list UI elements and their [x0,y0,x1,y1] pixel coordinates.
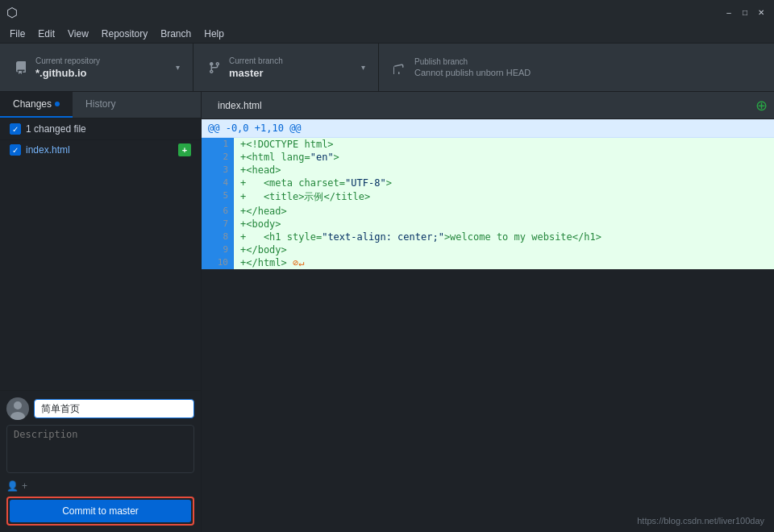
svg-point-0 [14,401,22,409]
file-checkbox[interactable] [10,144,21,156]
diff-line-3: 3 +<head> [202,164,774,177]
branch-icon [206,60,223,76]
branch-label: Current branch [229,56,355,65]
diff-header: @@ -0,0 +1,10 @@ [202,119,774,138]
diff-line-num-4: 4 [202,177,234,189]
diff-line-1: 1 +<!DOCTYPE html> [202,138,774,151]
commit-description-input[interactable] [6,425,194,473]
diff-area: @@ -0,0 +1,10 @@ 1 +<!DOCTYPE html> 2 +<… [202,119,774,532]
repo-name: *.github.io [35,67,169,79]
menu-file[interactable]: File [3,24,31,44]
file-name: index.html [26,144,173,156]
diff-line-9: 9 +</body> [202,243,774,256]
diff-line-num-5: 5 [202,189,234,205]
changes-tab-label: Changes [13,98,52,110]
publish-info: Publish branch Cannot publish unborn HEA… [414,57,761,77]
diff-line-4: 4 + <meta charset="UTF-8"> [202,177,774,189]
minimize-button[interactable]: – [722,6,735,19]
window-controls[interactable]: – □ ✕ [722,6,768,19]
diff-line-8: 8 + <h1 style="text-align: center;">welc… [202,231,774,243]
co-authors-label: + [22,480,27,492]
close-button[interactable]: ✕ [755,6,768,19]
repo-section[interactable]: Current repository *.github.io ▾ [0,44,194,91]
github-logo-icon: ⬡ [6,5,18,20]
url-bar: https://blog.csdn.net/liver100day [637,516,764,526]
publish-section[interactable]: Publish branch Cannot publish unborn HEA… [379,44,774,91]
main-layout: Changes History 1 changed file index.htm… [0,92,774,532]
commit-button-wrapper: Commit to master [6,497,194,526]
file-status-added-icon: + [178,143,191,156]
diff-line-num-2: 2 [202,151,234,164]
diff-line-content-8: + <h1 style="text-align: center;">welcom… [234,231,774,243]
add-file-icon[interactable]: ⊕ [755,97,768,114]
publish-desc: Cannot publish unborn HEAD [414,68,761,77]
co-authors-icon: 👤 [6,480,19,492]
branch-caret-icon: ▾ [361,63,365,72]
right-panel: index.html ⊕ @@ -0,0 +1,10 @@ 1 +<!DOCTY… [202,92,774,532]
diff-line-num-10: 10 [202,256,234,269]
diff-line-num-7: 7 [202,218,234,231]
menu-edit[interactable]: Edit [31,24,61,44]
file-item-index-html[interactable]: index.html + [0,140,201,160]
repo-caret-icon: ▾ [176,63,180,72]
repo-icon [13,60,29,76]
menu-help[interactable]: Help [198,24,231,44]
file-tabs: index.html ⊕ [202,92,774,119]
diff-line-num-9: 9 [202,243,234,256]
commit-summary-input[interactable] [34,399,194,418]
publish-icon [392,60,408,76]
commit-button[interactable]: Commit to master [10,500,191,522]
commit-header [6,397,194,420]
history-tab-label: History [85,98,115,110]
diff-line-10: 10 +</html> ⊘↵ [202,256,774,269]
diff-line-6: 6 +</head> [202,205,774,218]
branch-name: master [229,67,355,79]
avatar [6,397,29,420]
co-authors: 👤 + [6,480,194,492]
diff-line-content-5: + <title>示例</title> [234,189,774,205]
diff-line-content-7: +<body> [234,218,774,231]
tabs: Changes History [0,92,201,118]
diff-line-content-4: + <meta charset="UTF-8"> [234,177,774,189]
diff-line-7: 7 +<body> [202,218,774,231]
publish-label: Publish branch [414,57,761,66]
maximize-button[interactable]: □ [739,6,751,19]
menu-view[interactable]: View [61,24,95,44]
diff-line-content-1: +<!DOCTYPE html> [234,138,774,151]
select-all-checkbox[interactable] [10,123,21,135]
commit-area: 👤 + Commit to master [0,390,201,532]
left-panel: Changes History 1 changed file index.htm… [0,92,202,532]
changed-count: 1 changed file [26,123,86,135]
file-tab-index-html[interactable]: index.html [208,95,272,116]
diff-line-num-3: 3 [202,164,234,177]
diff-line-5: 5 + <title>示例</title> [202,189,774,205]
diff-line-2: 2 +<html lang="en"> [202,151,774,164]
diff-line-content-6: +</head> [234,205,774,218]
diff-line-content-10: +</html> ⊘↵ [234,256,774,269]
diff-line-num-6: 6 [202,205,234,218]
branch-info: Current branch master [229,56,355,79]
changes-tab-dot [55,102,60,106]
menu-repository[interactable]: Repository [95,24,154,44]
diff-line-content-9: +</body> [234,243,774,256]
branch-section[interactable]: Current branch master ▾ [194,44,379,91]
tab-history[interactable]: History [73,92,128,118]
repo-label: Current repository [35,56,169,65]
file-list-header-left: 1 changed file [10,123,86,135]
tab-changes[interactable]: Changes [0,92,73,118]
svg-point-1 [10,412,25,420]
titlebar: ⬡ – □ ✕ [0,0,774,24]
diff-line-content-3: +<head> [234,164,774,177]
file-list-header: 1 changed file [0,118,201,140]
menu-branch[interactable]: Branch [154,24,198,44]
diff-line-num-1: 1 [202,138,234,151]
menubar: File Edit View Repository Branch Help [0,24,774,44]
diff-line-content-2: +<html lang="en"> [234,151,774,164]
diff-line-num-8: 8 [202,231,234,243]
spacer [0,160,201,390]
repo-info: Current repository *.github.io [35,56,169,79]
toolbar: Current repository *.github.io ▾ Current… [0,44,774,92]
